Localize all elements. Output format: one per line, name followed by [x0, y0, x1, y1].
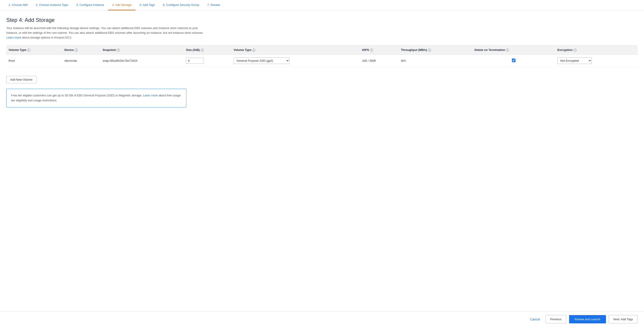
footer: Cancel Previous Review and Launch Next: …: [0, 311, 644, 327]
wizard-step-step-7[interactable]: 7. Review: [203, 0, 224, 10]
col-header-col-size: Size (GiB)i: [184, 46, 231, 55]
cell-volume-type-label: Root: [6, 55, 62, 67]
wizard-step-step-4[interactable]: 4. Add Storage: [108, 0, 136, 10]
table-body: Root/dev/xvdasnap-081e8433c7be73324Gener…: [6, 55, 638, 67]
description-text-1: Your instance will be launched with the …: [6, 26, 204, 35]
learn-more-link-1[interactable]: Learn more: [6, 36, 21, 39]
info-icon-col-volume-type[interactable]: i: [27, 49, 30, 52]
info-icon-col-encryption[interactable]: i: [574, 49, 577, 52]
encryption-select[interactable]: Not Encryptedaws/ebs (default): [557, 58, 592, 64]
info-icon-col-size[interactable]: i: [201, 49, 204, 52]
delete-on-termination-checkbox[interactable]: [512, 59, 516, 62]
add-volume-button[interactable]: Add New Volume: [6, 76, 36, 83]
cell-device: /dev/xvda: [62, 55, 100, 67]
free-tier-info-box: Free tier eligible customers can get up …: [6, 89, 186, 107]
cancel-button[interactable]: Cancel: [528, 316, 543, 323]
info-box-learn-more-link[interactable]: Learn more: [143, 94, 158, 97]
info-icon-col-delete[interactable]: i: [506, 49, 509, 52]
storage-table-container: Volume TypeiDeviceiSnapshotiSize (GiB)iV…: [6, 45, 638, 71]
storage-table: Volume TypeiDeviceiSnapshotiSize (GiB)iV…: [6, 45, 638, 67]
page-title: Step 4: Add Storage: [6, 17, 638, 23]
description-text-2: about storage options in Amazon EC2.: [22, 36, 72, 39]
next-button[interactable]: Next: Add Tags: [609, 315, 638, 323]
col-header-col-encryption: Encryptioni: [555, 46, 638, 55]
col-header-col-throughput: Throughput (MB/s)i: [399, 46, 472, 55]
wizard-nav: 1. Choose AMI2. Choose Instance Type3. C…: [0, 0, 644, 11]
cell-throughput: N/A: [399, 55, 472, 67]
info-box-text-1: Free tier eligible customers can get up …: [11, 94, 142, 97]
cell-iops: 100 / 3000: [360, 55, 399, 67]
wizard-step-step-1[interactable]: 1. Choose AMI: [4, 0, 32, 10]
cell-encryption[interactable]: Not Encryptedaws/ebs (default): [555, 55, 638, 67]
table-header: Volume TypeiDeviceiSnapshotiSize (GiB)iV…: [6, 46, 638, 55]
main-content: Step 4: Add Storage Your instance will b…: [0, 11, 644, 130]
table-row: Root/dev/xvdasnap-081e8433c7be73324Gener…: [6, 55, 638, 67]
page-description: Your instance will be launched with the …: [6, 26, 209, 40]
info-icon-col-iops[interactable]: i: [370, 49, 373, 52]
wizard-step-step-5[interactable]: 5. Add Tags: [136, 0, 159, 10]
size-input[interactable]: [186, 58, 204, 64]
info-icon-col-snapshot[interactable]: i: [117, 49, 120, 52]
col-header-col-volume-type: Volume Typei: [6, 46, 62, 55]
col-header-col-iops: IOPSi: [360, 46, 399, 55]
wizard-step-step-6[interactable]: 6. Configure Security Group: [159, 0, 203, 10]
cell-size[interactable]: [184, 55, 231, 67]
wizard-step-step-3[interactable]: 3. Configure Instance: [72, 0, 108, 10]
cell-delete-on-termination[interactable]: [472, 55, 555, 67]
cell-snapshot: snap-081e8433c7be73324: [100, 55, 184, 67]
info-icon-col-vol-type[interactable]: i: [252, 49, 256, 52]
col-header-col-vol-type: Volume Typei: [231, 46, 360, 55]
cell-vol-type[interactable]: General Purpose SSD (gp2)Provisioned IOP…: [231, 55, 360, 67]
volume-type-select[interactable]: General Purpose SSD (gp2)Provisioned IOP…: [234, 58, 290, 64]
table-header-row: Volume TypeiDeviceiSnapshotiSize (GiB)iV…: [6, 46, 638, 55]
info-icon-col-device[interactable]: i: [75, 49, 78, 52]
wizard-step-step-2[interactable]: 2. Choose Instance Type: [32, 0, 72, 10]
info-icon-col-throughput[interactable]: i: [428, 49, 431, 52]
col-header-col-snapshot: Snapshoti: [100, 46, 184, 55]
col-header-col-device: Devicei: [62, 46, 100, 55]
previous-button[interactable]: Previous: [546, 315, 566, 323]
col-header-col-delete: Delete on Terminationi: [472, 46, 555, 55]
review-launch-button[interactable]: Review and Launch: [569, 315, 606, 323]
